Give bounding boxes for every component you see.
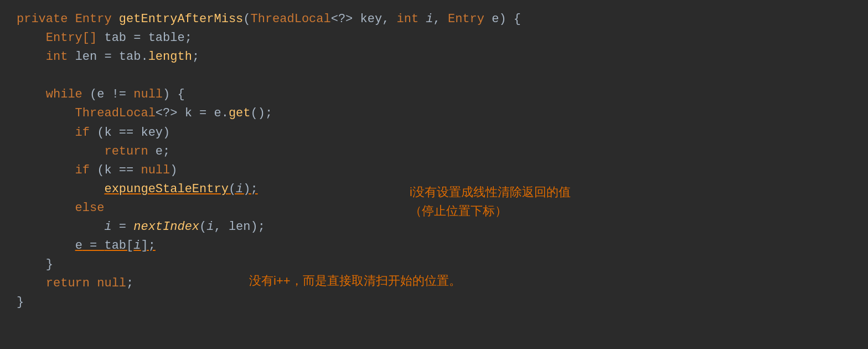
code-line-14: } bbox=[17, 255, 868, 274]
code-line-16: } bbox=[17, 293, 868, 312]
expunge-method: expungeStaleEntry bbox=[104, 182, 228, 196]
kw-private: private bbox=[17, 12, 75, 26]
code-line-15: return null; bbox=[17, 274, 868, 293]
code-line-12: i = nextIndex(i, len); bbox=[17, 218, 868, 237]
method-name: getEntryAfterMiss bbox=[119, 12, 243, 26]
code-line-1: private Entry getEntryAfterMiss(ThreadLo… bbox=[17, 10, 868, 29]
type-entry: Entry bbox=[75, 12, 119, 26]
code-line-9: if (k == null) bbox=[17, 161, 868, 180]
code-line-3: int len = tab.length; bbox=[17, 48, 868, 66]
code-block: private Entry getEntryAfterMiss(ThreadLo… bbox=[0, 0, 868, 322]
code-line-11: else bbox=[17, 199, 868, 218]
code-line-13: e = tab[i]; bbox=[17, 237, 868, 255]
code-line-2: Entry[] tab = table; bbox=[17, 29, 868, 48]
code-line-8: return e; bbox=[17, 142, 868, 161]
code-line-5: while (e != null) { bbox=[17, 85, 868, 104]
code-line-6: ThreadLocal<?> k = e.get(); bbox=[17, 104, 868, 123]
code-line-4 bbox=[17, 66, 868, 85]
code-line-7: if (k == key) bbox=[17, 124, 868, 142]
code-line-10: expungeStaleEntry(i); bbox=[17, 180, 868, 199]
